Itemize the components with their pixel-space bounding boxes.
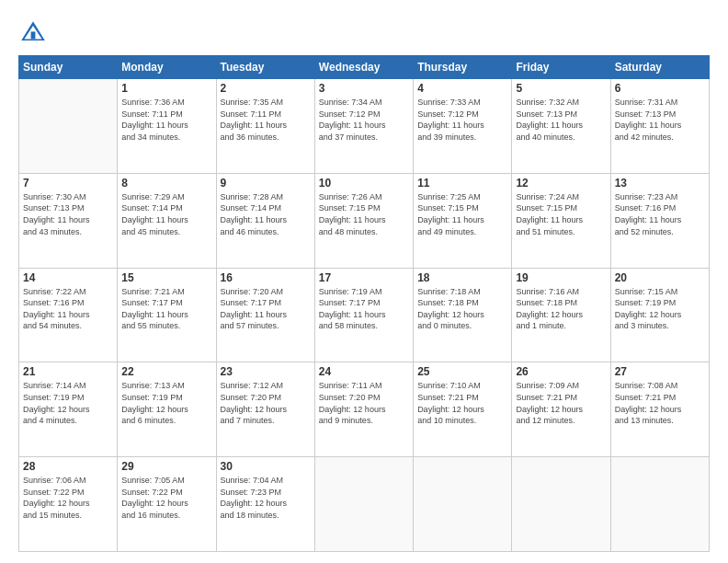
calendar-cell: 8Sunrise: 7:29 AM Sunset: 7:14 PM Daylig…: [118, 173, 216, 268]
day-number: 24: [319, 365, 409, 378]
header: [18, 15, 710, 48]
day-number: 13: [615, 177, 705, 190]
calendar-cell: 23Sunrise: 7:12 AM Sunset: 7:20 PM Dayli…: [216, 362, 314, 457]
day-info: Sunrise: 7:08 AM Sunset: 7:21 PM Dayligh…: [615, 380, 705, 426]
day-info: Sunrise: 7:06 AM Sunset: 7:22 PM Dayligh…: [23, 475, 113, 521]
calendar-cell: 9Sunrise: 7:28 AM Sunset: 7:14 PM Daylig…: [216, 173, 314, 268]
day-number: 22: [121, 365, 211, 378]
day-number: 17: [319, 271, 409, 284]
calendar-cell: [512, 457, 610, 552]
day-info: Sunrise: 7:22 AM Sunset: 7:16 PM Dayligh…: [23, 286, 113, 332]
calendar-cell: 10Sunrise: 7:26 AM Sunset: 7:15 PM Dayli…: [314, 173, 413, 268]
day-info: Sunrise: 7:05 AM Sunset: 7:22 PM Dayligh…: [121, 475, 211, 521]
calendar-cell: [414, 457, 512, 552]
day-info: Sunrise: 7:19 AM Sunset: 7:17 PM Dayligh…: [319, 286, 409, 332]
day-info: Sunrise: 7:29 AM Sunset: 7:14 PM Dayligh…: [121, 191, 211, 237]
calendar-cell: 27Sunrise: 7:08 AM Sunset: 7:21 PM Dayli…: [610, 362, 709, 457]
calendar-cell: 17Sunrise: 7:19 AM Sunset: 7:17 PM Dayli…: [314, 268, 413, 362]
calendar-cell: 15Sunrise: 7:21 AM Sunset: 7:17 PM Dayli…: [118, 268, 216, 362]
day-number: 10: [319, 177, 409, 190]
calendar-cell: 25Sunrise: 7:10 AM Sunset: 7:21 PM Dayli…: [414, 362, 512, 457]
day-number: 14: [23, 271, 113, 284]
calendar-cell: 19Sunrise: 7:16 AM Sunset: 7:18 PM Dayli…: [512, 268, 610, 362]
day-info: Sunrise: 7:35 AM Sunset: 7:11 PM Dayligh…: [221, 97, 311, 143]
day-number: 16: [221, 271, 311, 284]
day-info: Sunrise: 7:14 AM Sunset: 7:19 PM Dayligh…: [23, 380, 113, 426]
day-info: Sunrise: 7:09 AM Sunset: 7:21 PM Dayligh…: [516, 380, 606, 426]
calendar-cell: 22Sunrise: 7:13 AM Sunset: 7:19 PM Dayli…: [118, 362, 216, 457]
calendar-cell: 2Sunrise: 7:35 AM Sunset: 7:11 PM Daylig…: [216, 79, 314, 174]
calendar-cell: 11Sunrise: 7:25 AM Sunset: 7:15 PM Dayli…: [414, 173, 512, 268]
calendar: SundayMondayTuesdayWednesdayThursdayFrid…: [18, 55, 710, 552]
day-info: Sunrise: 7:28 AM Sunset: 7:14 PM Dayligh…: [221, 191, 311, 237]
day-number: 18: [417, 271, 507, 284]
day-header: Tuesday: [216, 56, 314, 79]
calendar-cell: 4Sunrise: 7:33 AM Sunset: 7:12 PM Daylig…: [414, 79, 512, 174]
svg-rect-2: [31, 31, 36, 39]
calendar-cell: 21Sunrise: 7:14 AM Sunset: 7:19 PM Dayli…: [19, 362, 118, 457]
day-number: 4: [417, 82, 507, 95]
day-info: Sunrise: 7:30 AM Sunset: 7:13 PM Dayligh…: [23, 191, 113, 237]
day-number: 5: [516, 82, 606, 95]
day-info: Sunrise: 7:13 AM Sunset: 7:19 PM Dayligh…: [121, 380, 211, 426]
day-info: Sunrise: 7:18 AM Sunset: 7:18 PM Dayligh…: [417, 286, 507, 332]
calendar-cell: 18Sunrise: 7:18 AM Sunset: 7:18 PM Dayli…: [414, 268, 512, 362]
calendar-cell: 26Sunrise: 7:09 AM Sunset: 7:21 PM Dayli…: [512, 362, 610, 457]
calendar-cell: [610, 457, 709, 552]
calendar-cell: 6Sunrise: 7:31 AM Sunset: 7:13 PM Daylig…: [610, 79, 709, 174]
day-info: Sunrise: 7:32 AM Sunset: 7:13 PM Dayligh…: [516, 97, 606, 143]
day-info: Sunrise: 7:36 AM Sunset: 7:11 PM Dayligh…: [121, 97, 211, 143]
calendar-cell: 12Sunrise: 7:24 AM Sunset: 7:15 PM Dayli…: [512, 173, 610, 268]
day-number: 26: [516, 365, 606, 378]
day-number: 23: [221, 365, 311, 378]
calendar-cell: 30Sunrise: 7:04 AM Sunset: 7:23 PM Dayli…: [216, 457, 314, 552]
day-number: 2: [221, 82, 311, 95]
calendar-cell: 28Sunrise: 7:06 AM Sunset: 7:22 PM Dayli…: [19, 457, 118, 552]
calendar-cell: 20Sunrise: 7:15 AM Sunset: 7:19 PM Dayli…: [610, 268, 709, 362]
day-number: 12: [516, 177, 606, 190]
calendar-cell: 7Sunrise: 7:30 AM Sunset: 7:13 PM Daylig…: [19, 173, 118, 268]
day-number: 3: [319, 82, 409, 95]
calendar-cell: 13Sunrise: 7:23 AM Sunset: 7:16 PM Dayli…: [610, 173, 709, 268]
calendar-cell: 24Sunrise: 7:11 AM Sunset: 7:20 PM Dayli…: [314, 362, 413, 457]
day-info: Sunrise: 7:16 AM Sunset: 7:18 PM Dayligh…: [516, 286, 606, 332]
day-header: Wednesday: [314, 56, 413, 79]
day-info: Sunrise: 7:25 AM Sunset: 7:15 PM Dayligh…: [417, 191, 507, 237]
day-number: 21: [23, 365, 113, 378]
day-info: Sunrise: 7:23 AM Sunset: 7:16 PM Dayligh…: [615, 191, 705, 237]
day-info: Sunrise: 7:31 AM Sunset: 7:13 PM Dayligh…: [615, 97, 705, 143]
day-number: 7: [23, 177, 113, 190]
calendar-cell: 14Sunrise: 7:22 AM Sunset: 7:16 PM Dayli…: [19, 268, 118, 362]
logo: [18, 18, 51, 48]
day-number: 28: [23, 460, 113, 473]
day-header: Sunday: [19, 56, 118, 79]
day-info: Sunrise: 7:10 AM Sunset: 7:21 PM Dayligh…: [417, 380, 507, 426]
day-number: 27: [615, 365, 705, 378]
calendar-cell: [19, 79, 118, 174]
day-header: Monday: [118, 56, 216, 79]
day-header: Thursday: [414, 56, 512, 79]
day-number: 19: [516, 271, 606, 284]
day-number: 20: [615, 271, 705, 284]
day-info: Sunrise: 7:04 AM Sunset: 7:23 PM Dayligh…: [221, 475, 311, 521]
day-info: Sunrise: 7:33 AM Sunset: 7:12 PM Dayligh…: [417, 97, 507, 143]
day-number: 15: [121, 271, 211, 284]
day-number: 6: [615, 82, 705, 95]
day-number: 1: [121, 82, 211, 95]
day-info: Sunrise: 7:24 AM Sunset: 7:15 PM Dayligh…: [516, 191, 606, 237]
calendar-cell: [314, 457, 413, 552]
day-number: 11: [417, 177, 507, 190]
day-info: Sunrise: 7:12 AM Sunset: 7:20 PM Dayligh…: [221, 380, 311, 426]
calendar-cell: 16Sunrise: 7:20 AM Sunset: 7:17 PM Dayli…: [216, 268, 314, 362]
day-info: Sunrise: 7:20 AM Sunset: 7:17 PM Dayligh…: [221, 286, 311, 332]
calendar-cell: 1Sunrise: 7:36 AM Sunset: 7:11 PM Daylig…: [118, 79, 216, 174]
day-info: Sunrise: 7:21 AM Sunset: 7:17 PM Dayligh…: [121, 286, 211, 332]
day-number: 30: [221, 460, 311, 473]
calendar-cell: 5Sunrise: 7:32 AM Sunset: 7:13 PM Daylig…: [512, 79, 610, 174]
day-number: 9: [221, 177, 311, 190]
calendar-cell: 29Sunrise: 7:05 AM Sunset: 7:22 PM Dayli…: [118, 457, 216, 552]
day-number: 29: [121, 460, 211, 473]
day-number: 8: [121, 177, 211, 190]
day-info: Sunrise: 7:26 AM Sunset: 7:15 PM Dayligh…: [319, 191, 409, 237]
day-header: Friday: [512, 56, 610, 79]
